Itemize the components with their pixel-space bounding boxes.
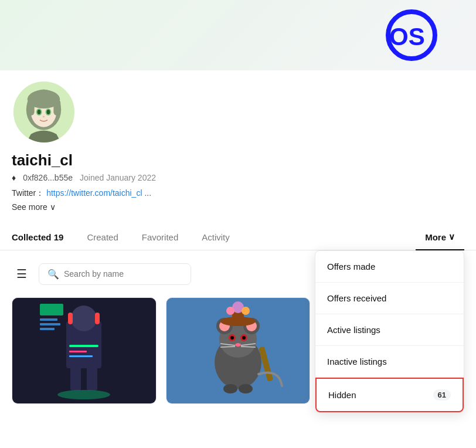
nft-card[interactable]	[12, 297, 157, 404]
svg-point-50	[223, 384, 237, 393]
svg-rect-26	[40, 328, 55, 330]
header-banner: OS	[0, 0, 476, 70]
tab-more-label: More	[425, 232, 446, 242]
username: taichi_cl	[12, 151, 464, 169]
dropdown-item-hidden[interactable]: Hidden 61	[315, 378, 464, 412]
svg-point-39	[235, 343, 241, 347]
tab-collected-label: Collected	[12, 232, 52, 242]
tab-collected-count: 19	[54, 232, 64, 242]
svg-point-37	[230, 336, 234, 340]
eth-icon: ♦	[12, 173, 16, 182]
see-more-label: See more	[12, 202, 47, 212]
tab-activity[interactable]: Activity	[190, 225, 242, 250]
svg-rect-17	[95, 313, 100, 324]
tab-activity-label: Activity	[202, 232, 230, 242]
filter-button[interactable]: ☰	[12, 262, 32, 286]
profile-section: taichi_cl ♦ 0xf826...b55e Joined January…	[0, 70, 476, 213]
dropdown-item-offers-received[interactable]: Offers received	[315, 283, 464, 314]
svg-line-43	[241, 347, 256, 347]
nft-card[interactable]	[166, 297, 311, 404]
svg-rect-6	[28, 99, 35, 116]
hidden-badge: 61	[433, 389, 451, 401]
more-dropdown-wrapper: More ∨ Offers made Offers received Activ…	[416, 225, 464, 250]
svg-point-48	[242, 307, 250, 315]
inactive-listings-label: Inactive listings	[327, 357, 387, 366]
see-more-chevron-icon: ∨	[50, 202, 56, 212]
svg-rect-25	[40, 323, 60, 325]
dropdown-item-active-listings[interactable]: Active listings	[315, 314, 464, 346]
offers-received-label: Offers received	[327, 293, 386, 303]
search-icon: 🔍	[47, 269, 59, 280]
tab-created-label: Created	[87, 232, 118, 242]
brand-logo: OS	[359, 6, 464, 65]
twitter-ellipsis: ...	[144, 188, 151, 198]
filter-icon: ☰	[16, 267, 27, 280]
svg-point-12	[43, 116, 45, 117]
svg-point-27	[57, 390, 110, 399]
joined-date: Joined January 2022	[80, 173, 156, 182]
svg-point-38	[242, 336, 246, 340]
wallet-row: ♦ 0xf826...b55e Joined January 2022	[12, 173, 464, 182]
twitter-label: Twitter：	[12, 188, 44, 198]
twitter-link[interactable]: https://twitter.com/taichi_cl	[46, 188, 142, 198]
svg-line-41	[220, 347, 235, 347]
nft-image-1	[12, 298, 156, 403]
svg-point-47	[226, 307, 234, 315]
svg-rect-23	[40, 304, 63, 315]
svg-rect-22	[87, 367, 97, 391]
dropdown-item-inactive-listings[interactable]: Inactive listings	[315, 346, 464, 378]
tab-favorited[interactable]: Favorited	[130, 225, 191, 250]
svg-text:OS: OS	[389, 23, 425, 50]
search-box: 🔍	[39, 263, 191, 285]
avatar	[12, 80, 76, 144]
offers-made-label: Offers made	[327, 262, 375, 271]
tab-created[interactable]: Created	[75, 225, 130, 250]
dropdown-item-offers-made[interactable]: Offers made	[315, 251, 464, 283]
more-dropdown-menu: Offers made Offers received Active listi…	[315, 250, 464, 413]
wallet-address: 0xf826...b55e	[23, 173, 73, 182]
svg-rect-20	[69, 355, 93, 357]
search-input[interactable]	[64, 269, 182, 279]
svg-rect-18	[69, 345, 98, 347]
hidden-label: Hidden	[328, 390, 356, 400]
tab-more-button[interactable]: More ∨	[416, 225, 464, 250]
tab-favorited-label: Favorited	[142, 232, 179, 242]
svg-point-11	[46, 110, 50, 114]
chevron-down-icon: ∨	[448, 232, 455, 242]
svg-rect-21	[70, 367, 81, 391]
tab-collected[interactable]: Collected 19	[12, 225, 75, 250]
see-more-button[interactable]: See more ∨	[12, 201, 56, 213]
nft-image-2	[166, 298, 310, 403]
svg-rect-16	[68, 313, 73, 324]
svg-rect-19	[69, 351, 87, 352]
svg-rect-7	[53, 99, 60, 116]
tabs-container: Collected 19 Created Favorited Activity …	[0, 225, 476, 250]
active-listings-label: Active listings	[327, 325, 380, 335]
svg-point-15	[71, 306, 97, 331]
svg-rect-24	[40, 318, 57, 321]
svg-point-10	[38, 110, 41, 114]
twitter-row: Twitter： https://twitter.com/taichi_cl .…	[12, 188, 464, 199]
svg-point-51	[239, 384, 253, 393]
